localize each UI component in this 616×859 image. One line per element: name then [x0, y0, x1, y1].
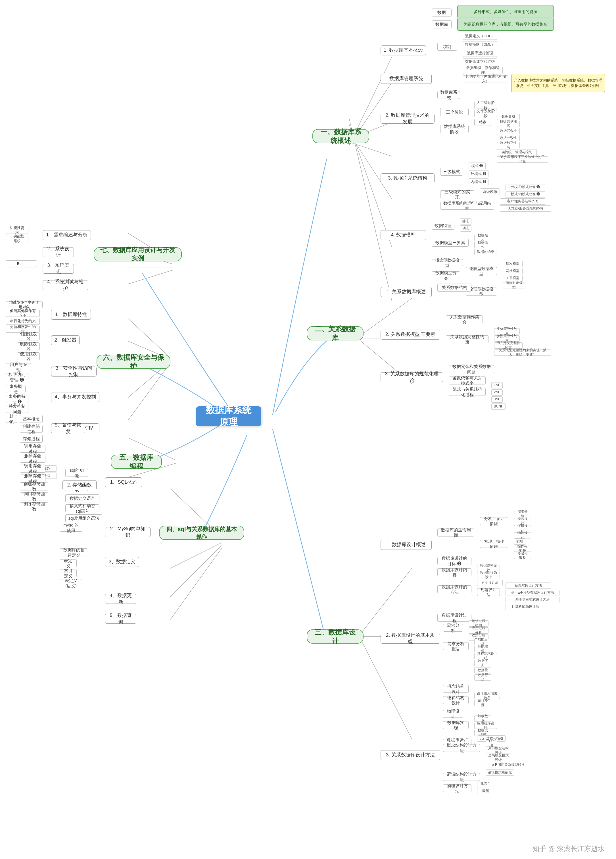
mind-map: 数据库系统原理 一、数据库系统概述 1. 数据库基本概念 数据 多种形式、多媒体… [0, 0, 616, 859]
svg-line-28 [128, 270, 173, 284]
b1-dbms-note: 介入数据库技术之间的系统，包括数据系统、数据管理系统、相关实用工具、应用程序，数… [511, 74, 605, 92]
b7-l2-3: 3、系统实现 [43, 264, 74, 273]
b2-fd: 数据冗余和关系数据问题 [449, 365, 494, 373]
b6-tx3: 并发控制问题 [6, 405, 28, 413]
b3-impl-phase: 实现、操作阶段 [480, 540, 508, 548]
b6-l2-5: 5、备份与恢复 [51, 423, 85, 433]
svg-line-15 [170, 543, 221, 568]
b2-bcnf: BCNF [491, 403, 505, 410]
b7-l2-1: 1、需求编述与分析 [43, 230, 91, 240]
b6-cs3: 串行化行为约束 [6, 318, 40, 325]
b4-dd4: 表定义(语义) [60, 579, 83, 587]
b6-trig1: 创建触发器 [17, 333, 40, 340]
b5-sp6: 调用存储过程 [20, 465, 45, 473]
b6-cs2: 值与其他操作有互不 [6, 310, 40, 317]
b1-feat7: 减少应用程序开发与维护的工作量 [497, 156, 548, 162]
b3-cm3: 全局概念模式设计 [486, 755, 511, 761]
b3-dc1: 数据结构设计 [477, 565, 500, 571]
b1-f6: 其他功能（网络通讯和输入） [463, 75, 508, 83]
b1-dbms-func: 功能 [437, 43, 457, 51]
b1-model-types: 数据模型分类 [432, 271, 460, 279]
b3-logic: 逻辑结构设计 [443, 696, 469, 704]
b1-char1: 静态 [460, 218, 471, 225]
b2-depend: 函数依赖与关系模式字 [449, 376, 486, 384]
b1-data-char: 数据特征 [432, 222, 454, 230]
branch-1: 一、数据库系统概述 [312, 129, 369, 143]
b1-db: 数据库 [432, 20, 452, 28]
b3-req: 需求分析 [443, 624, 463, 632]
b1-db-note: 为组织数据的仓库，有组织、可共享的数据集合 [457, 18, 554, 31]
b3-concept: 概念结构设计 [443, 685, 469, 693]
b1-cs: 客户/服务器结构(c/s) [500, 198, 545, 205]
b6-tx4: 封锁 [6, 415, 17, 423]
b3-cm1: ER图 [486, 740, 497, 747]
svg-line-17 [170, 548, 221, 620]
b1-l2-3: 3. 数据库系统结构 [381, 173, 435, 183]
b3-nm3: 基于第三范式设计方法 [505, 597, 560, 603]
b3-impl3: 数据试运行 [474, 730, 491, 736]
b6-l2-1: 1、数据库特性 [51, 310, 91, 320]
b3-ip3: 修改与调整 [514, 553, 531, 559]
b2-i1: 实体完整性约束 [494, 328, 520, 334]
b3-dp2: 概念设计 [514, 518, 531, 524]
b2-nf1: 1NF [491, 382, 503, 389]
b7-r2: 非功能性需求 [6, 235, 28, 242]
b1-mode1: 模式 🅘 [469, 162, 486, 169]
b1-f4: 数据库建立和维护 [463, 58, 497, 66]
b3-cm2: 局部概念结构设计 [486, 748, 511, 754]
b1-stage2: 文件系统阶段 [474, 110, 497, 117]
b3-nm1: 新奥尔良设计方法 [505, 583, 551, 589]
b1-feat2: 数据共享性高 [497, 121, 520, 127]
b1-model-3: 数据模型三要素 [432, 239, 469, 247]
b3-rr3: 过程需求说明 [474, 653, 497, 659]
b5-sp3: 存储过程 [20, 435, 43, 443]
b1-l2-2: 2. 数据库管理技术的发展 [381, 114, 435, 123]
b1-m3-1: 数据结构 [474, 235, 491, 241]
b3-req-report: 需求分析报告 [443, 642, 469, 650]
b3-design-proc: 数据库设计过程 [437, 614, 471, 622]
b1-features: 特点 [474, 119, 491, 126]
b1-feat6: 实施统一管理与控制 [497, 149, 537, 155]
b1-3level: 三级模式 [440, 168, 463, 176]
b4-dd2: 表定义 [60, 559, 77, 567]
b5-sp2: 创建存储过程 [20, 425, 43, 433]
b4-sql-dml: 输入式和动态sql语句 [65, 504, 100, 512]
b3-nm4: 计算机辅助设计法 [505, 604, 545, 610]
b5-l2-2: 2. 存储函数 [62, 480, 97, 490]
b3-impl1: 加载数据 [474, 715, 491, 722]
b3-rr4: 数据字典 [474, 660, 491, 666]
branch-3: 三、数据库设计 [307, 629, 363, 643]
b2-integrity: 关系数据完整性约束 [446, 335, 488, 343]
b3-l2-1: 1. 数据库设计概述 [381, 540, 432, 550]
b5-sp1: 基本概念 [20, 415, 43, 423]
b3-req1: 确信过程范围 [469, 620, 488, 626]
b6-tx2: 事务的特征 🅘 [6, 395, 28, 403]
b3-rr1: 功能目标 [474, 639, 491, 645]
b1-m3-3: 数据的约束 [474, 249, 497, 255]
b4-l2-4: 4、数据更新 [105, 594, 136, 604]
b1-2map1: 外模式/模式映像 🅘 [505, 184, 545, 191]
b1-dev-3stages: 三个阶段 [440, 108, 469, 116]
branch-2: 二、关系数据库 [307, 326, 363, 340]
b1-feat1: 数据集成 [497, 114, 520, 120]
b6-trig3: 使用触发器 [17, 352, 40, 360]
b1-mode2: 外模式 🅘 [469, 170, 488, 177]
b3-lm1: 逻辑模式规范化 [486, 770, 514, 776]
b3-l2-2: 2. 数据库设计的基本步骤 [381, 634, 440, 643]
b3-pm1: 建索引 [477, 781, 494, 787]
b3-ip2: 操作与监督 [514, 545, 531, 552]
b6-trig2: 删除触发器 [17, 342, 40, 350]
b2-nf3: 3NF [491, 397, 503, 403]
b1-data: 数据 [432, 9, 452, 17]
b7-l2-4: 4、系统测试与维护 [43, 280, 88, 290]
b6-tx1: 事务概念 [6, 385, 26, 393]
b3-design-method: 数据库设计的方法 [437, 586, 471, 593]
b3-l2-3: 3. 关系数据库设计方法 [381, 750, 440, 760]
b2-relstruct: 关系数据结构 [437, 284, 471, 292]
b4-sql-more: 数据定义语言 [65, 494, 100, 502]
b6-user: 用户与管理 [6, 363, 31, 371]
b1-run-struct: 数据库系统的运行与应用结构 [440, 202, 494, 210]
b5-func1: 创建存储函数 [20, 483, 48, 490]
b1-mode3: 内模式 🅘 [469, 178, 488, 185]
b4-dd1: 数据库的创建定义 [60, 548, 88, 556]
